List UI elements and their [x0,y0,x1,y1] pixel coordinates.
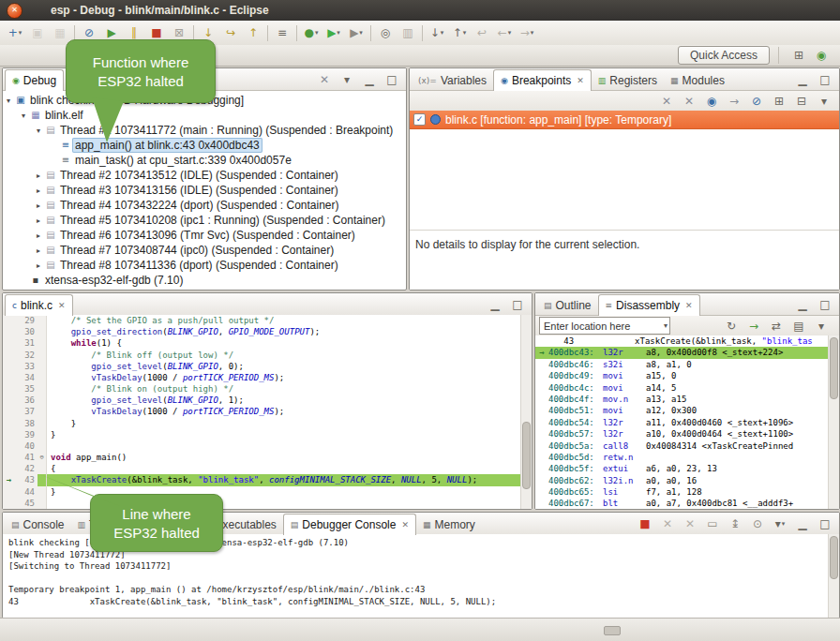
debug-perspective-icon[interactable]: ◉ [810,46,832,65]
debug-tree-row[interactable]: ▾▦blink.elf [3,108,406,123]
clear-console-icon[interactable]: ▭ [701,514,724,533]
code-line[interactable]: 39} [3,429,532,440]
annotation-ruler[interactable] [3,315,15,326]
code-line[interactable]: 31 while(1) { [3,337,532,349]
code-line[interactable]: 41⊖void app_main() [3,452,532,463]
terminate-console-icon[interactable]: ■ [634,514,656,533]
annotation-ruler[interactable] [3,350,15,361]
debug-tree-row[interactable]: ▸▤Thread #7 1073408744 (ipc0) (Suspended… [3,243,406,258]
code-line[interactable]: 32 /* Blink off (output low) */ [3,350,532,361]
last-edit-icon[interactable]: ↩ [471,23,493,42]
tab-variables[interactable]: (x)=Variables [412,71,493,90]
expander-icon[interactable]: ▸ [33,171,44,180]
minimize-icon[interactable]: ▁ [791,514,814,533]
maximize-icon[interactable]: □ [814,514,836,533]
code-text[interactable]: while(1) { [47,337,532,349]
expander-icon[interactable]: ▾ [33,127,44,135]
code-line[interactable]: 38 } [3,418,532,429]
disassembly-row[interactable]: 400dbc65:lsif7, a1, 128 [535,486,839,498]
disassembly-row[interactable]: 400dbc49:movia15, 0 [535,370,839,381]
disassembly-row[interactable]: →400dbc43:l32ra8, 0x400d00f8 <_stext+224… [535,347,839,358]
scrollbar-thumb[interactable] [522,422,531,489]
annotation-ruler[interactable] [3,361,15,372]
annotation-ruler[interactable] [3,429,15,440]
tab-console[interactable]: ▤Console [5,515,71,534]
fold-collapse-icon[interactable]: ⊖ [38,452,47,463]
disassembly-row[interactable]: 400dbc5a:call80x40084314 <xTaskCreatePin… [535,440,839,452]
expander-icon[interactable]: ▸ [33,201,44,210]
code-text[interactable]: vTaskDelay(1000 / portTICK_PERIOD_MS); [47,372,532,383]
tab-registers[interactable]: ▥Registers [592,71,664,90]
code-text[interactable]: vTaskDelay(1000 / portTICK_PERIOD_MS); [47,406,532,417]
close-tab-icon[interactable]: ✕ [401,520,409,529]
show-source-icon[interactable]: ▤ [788,317,810,335]
expand-all-icon[interactable]: ⊞ [768,92,790,111]
annotation-ruler[interactable] [3,326,15,337]
disassembly-row[interactable]: 400dbc5d:retw.n [535,452,839,463]
remove-all-launches-icon[interactable]: ✕ [679,514,701,533]
maximize-icon[interactable]: □ [506,295,529,314]
view-menu-icon[interactable]: ▾ [336,70,358,89]
search-icon[interactable]: ◎ [374,23,397,42]
mark-occurrences-icon[interactable]: ▥ [397,23,419,42]
tab-memory[interactable]: ▦Memory [416,515,482,534]
tab-debugger-console[interactable]: ▤Debugger Console✕ [283,514,416,535]
expander-icon[interactable]: ▸ [33,186,44,195]
expander-icon[interactable]: ▸ [33,231,44,240]
disassembly-scrollbar[interactable] [828,335,839,509]
sync-icon[interactable]: ⇄ [765,317,788,335]
disassembly-row[interactable]: 400dbc5f:extuia6, a0, 23, 13 [535,463,839,474]
expander-icon[interactable]: ▾ [3,97,14,105]
code-text[interactable]: void app_main() [47,452,532,463]
sash-grip[interactable] [604,626,621,635]
tab-debug[interactable]: ◉Debug [5,69,64,91]
display-console-icon[interactable]: ▾▾ [769,514,791,533]
tab-modules[interactable]: ▦Modules [664,71,731,90]
annotation-ruler[interactable] [3,406,15,417]
save-all-icon[interactable]: ▦ [49,23,71,42]
remove-launch-icon[interactable]: ✕ [656,514,679,533]
code-line[interactable]: 36 gpio_set_level(BLINK_GPIO, 1); [3,395,532,406]
code-line[interactable]: 40 [3,440,532,452]
go-to-pc-icon[interactable]: → [742,317,765,335]
view-menu-icon[interactable]: ▾ [810,317,832,335]
disassembly-row[interactable]: 400dbc57:l32ra10, 0x400d0464 <_stext+110… [535,428,839,440]
current-instruction-pointer-icon[interactable]: → [3,474,15,485]
code-line[interactable]: 37 vTaskDelay(1000 / portTICK_PERIOD_MS)… [3,406,532,417]
debug-bug-icon[interactable]: ●▾ [300,23,322,42]
tab-outline[interactable]: ▤Outline [537,296,598,315]
code-line[interactable]: 29 /* Set the GPIO as a push/pull output… [3,315,532,326]
save-icon[interactable]: ▣ [26,23,49,42]
annotation-ruler[interactable] [3,498,15,509]
minimize-icon[interactable]: ▁ [358,70,381,89]
maximize-icon[interactable]: □ [381,70,403,89]
show-breakpoints-supported-icon[interactable]: ◉ [700,92,723,111]
debug-tree-row[interactable]: ≡app_main() at blink.c:43 0x400dbc43 [3,138,406,153]
debug-tree-row[interactable]: ▸▤Thread #8 1073411336 (dport) (Suspende… [3,258,406,273]
remove-all-terminated-icon[interactable]: ✕ [313,70,336,89]
quick-access-button[interactable]: Quick Access [678,46,770,65]
open-perspective-icon[interactable]: ⊞ [788,46,810,65]
annotation-ruler[interactable] [3,372,15,383]
code-text[interactable]: /* Set the GPIO as a push/pull output */ [47,315,532,326]
editor-scrollbar[interactable] [520,315,532,509]
debug-tree-row[interactable]: ▸▤Thread #5 1073410208 (ipc1 : Running) … [3,213,406,228]
location-input[interactable]: Enter location here [544,320,649,332]
back-icon[interactable]: ←▾ [493,23,516,42]
disassembly-row[interactable]: 400dbc62:l32i.na0, a0, 16 [535,475,839,486]
combo-dropdown-icon[interactable]: ▾ [664,321,668,330]
location-combo[interactable]: Enter location here ▾ [539,317,670,335]
debug-tree-row[interactable]: ▪xtensa-esp32-elf-gdb (7.10) [3,273,406,288]
disassembly-row[interactable]: 400dbc4f:mov.na13, a15 [535,394,839,405]
previous-annotation-icon[interactable]: ↑▾ [448,23,471,42]
close-tab-icon[interactable]: ✕ [58,301,66,310]
expander-icon[interactable]: ▾ [18,112,29,120]
annotation-ruler[interactable] [3,452,15,463]
remove-all-breakpoints-icon[interactable]: ✕ [678,92,700,111]
code-line[interactable]: 30 gpio_set_direction(BLINK_GPIO, GPIO_M… [3,326,532,337]
close-tab-icon[interactable]: ✕ [685,301,693,310]
expander-icon[interactable]: ▸ [33,246,44,255]
step-over-icon[interactable]: ↪ [219,23,242,42]
pin-console-icon[interactable]: ⊙ [746,514,769,533]
disassembly-source-line[interactable]: 43 xTaskCreate(&blink_task, "blink_tas [535,335,839,347]
